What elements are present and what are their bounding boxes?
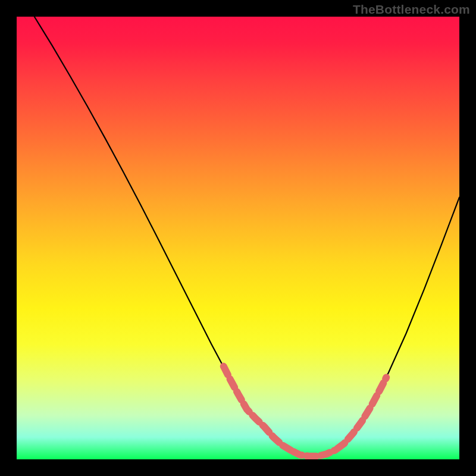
accent-segment-left [223, 364, 291, 450]
bottleneck-curve [35, 17, 459, 456]
plot-area [17, 17, 459, 459]
curve-layer [17, 17, 459, 459]
watermark-text: TheBottleneck.com [353, 2, 470, 17]
accent-segment-right [336, 377, 387, 450]
chart-frame: TheBottleneck.com [0, 0, 476, 476]
accent-segment-bottom [291, 450, 335, 456]
